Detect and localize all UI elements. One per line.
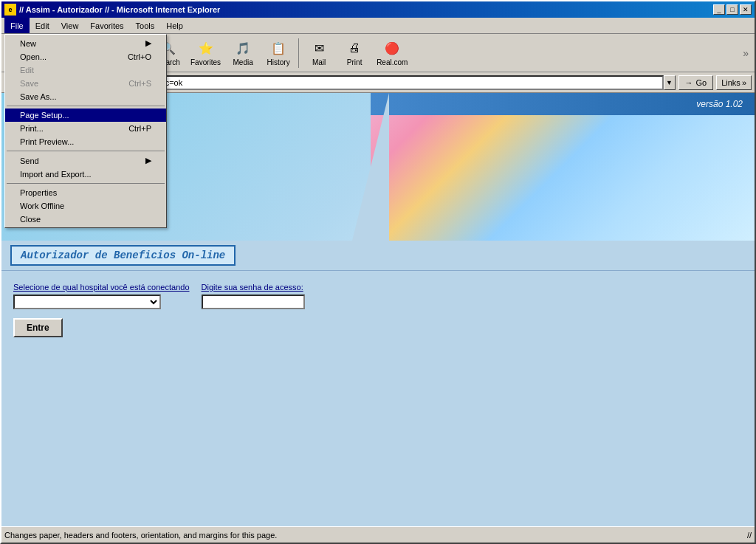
title-buttons: _ □ ✕ bbox=[713, 4, 752, 15]
hospital-group: Selecione de qual hospital você está con… bbox=[13, 283, 190, 309]
separator-1 bbox=[7, 106, 165, 106]
hospital-select-wrap bbox=[13, 295, 190, 309]
media-button[interactable]: 🎵 Media bbox=[226, 36, 260, 70]
entre-button[interactable]: Entre bbox=[13, 318, 63, 337]
menu-edit-item: Edit bbox=[5, 63, 166, 77]
menu-file[interactable]: File bbox=[4, 18, 30, 33]
separator-2 bbox=[7, 151, 165, 151]
title-bar-left: e // Assim - Autorizador // - Microsoft … bbox=[4, 4, 220, 16]
minimize-button[interactable]: _ bbox=[713, 4, 725, 15]
banner-version: versão 1.02 bbox=[696, 99, 743, 109]
menu-open[interactable]: Open... Ctrl+O bbox=[5, 50, 166, 63]
menu-tools[interactable]: Tools bbox=[130, 18, 161, 33]
ie-icon: e bbox=[4, 4, 16, 16]
form-row: Selecione de qual hospital você está con… bbox=[13, 283, 743, 309]
menu-view[interactable]: View bbox=[55, 18, 85, 33]
status-bar: Changes paper, headers and footers, orie… bbox=[1, 526, 755, 543]
banner-diagonal bbox=[352, 93, 389, 241]
toolbar-sep-2 bbox=[298, 38, 299, 68]
menu-work-offline[interactable]: Work Offline bbox=[5, 199, 166, 213]
favorites-button[interactable]: ⭐ Favorites bbox=[187, 36, 224, 70]
page-subtitle: Autorizador de Beneficios On-line bbox=[10, 245, 236, 266]
password-label: Digite sua senha de acesso: bbox=[202, 283, 305, 292]
menu-save: Save Ctrl+S bbox=[5, 77, 166, 90]
print-button[interactable]: 🖨 Print bbox=[337, 36, 371, 70]
menu-new[interactable]: New ▶ bbox=[5, 36, 166, 50]
links-chevron: » bbox=[742, 78, 746, 87]
address-dropdown-button[interactable]: ▼ bbox=[664, 75, 676, 90]
mail-button[interactable]: ✉ Mail bbox=[302, 36, 336, 70]
banner-pills-bg bbox=[371, 93, 755, 241]
send-submenu-arrow: ▶ bbox=[145, 156, 151, 165]
page-subtitle-bar: Autorizador de Beneficios On-line bbox=[1, 241, 755, 271]
menu-bar: File Edit View Favorites Tools Help New … bbox=[1, 18, 755, 34]
maximize-button[interactable]: □ bbox=[726, 4, 738, 15]
menu-send[interactable]: Send ▶ bbox=[5, 154, 166, 168]
window-title: // Assim - Autorizador // - Microsoft In… bbox=[19, 5, 220, 14]
mail-icon: ✉ bbox=[310, 39, 328, 57]
password-input[interactable] bbox=[202, 295, 305, 309]
ie-window: e // Assim - Autorizador // - Microsoft … bbox=[0, 0, 756, 544]
menu-favorites[interactable]: Favorites bbox=[84, 18, 129, 33]
form-area: Selecione de qual hospital você está con… bbox=[1, 271, 755, 349]
history-button[interactable]: 📋 History bbox=[261, 36, 295, 70]
hospital-select[interactable] bbox=[13, 295, 161, 309]
print-icon: 🖨 bbox=[346, 39, 363, 57]
menu-print-preview[interactable]: Print Preview... bbox=[5, 135, 166, 148]
realcom-icon: 🔴 bbox=[383, 39, 401, 57]
go-button[interactable]: → Go bbox=[678, 75, 714, 90]
status-text: Changes paper, headers and footers, orie… bbox=[4, 531, 277, 540]
file-dropdown: New ▶ Open... Ctrl+O Edit Save Ctrl+S Sa… bbox=[4, 34, 167, 228]
separator-3 bbox=[7, 183, 165, 184]
close-button[interactable]: ✕ bbox=[740, 4, 752, 15]
hospital-label: Selecione de qual hospital você está con… bbox=[13, 283, 190, 292]
menu-print[interactable]: Print... Ctrl+P bbox=[5, 122, 166, 135]
menu-help[interactable]: Help bbox=[160, 18, 189, 33]
menu-properties[interactable]: Properties bbox=[5, 186, 166, 199]
title-bar: e // Assim - Autorizador // - Microsoft … bbox=[1, 1, 755, 18]
banner-blue-bar: versão 1.02 bbox=[371, 93, 755, 115]
toolbar-more[interactable]: » bbox=[743, 47, 752, 59]
favorites-icon: ⭐ bbox=[197, 39, 215, 57]
submit-row: Entre bbox=[13, 318, 743, 337]
menu-close[interactable]: Close bbox=[5, 213, 166, 226]
password-group: Digite sua senha de acesso: bbox=[202, 283, 305, 309]
media-icon: 🎵 bbox=[234, 39, 252, 57]
menu-edit[interactable]: Edit bbox=[30, 18, 55, 33]
realcom-button[interactable]: 🔴 Real.com bbox=[373, 36, 411, 70]
menu-page-setup[interactable]: Page Setup... bbox=[5, 109, 166, 122]
history-icon: 📋 bbox=[269, 39, 287, 57]
submenu-arrow: ▶ bbox=[145, 38, 151, 48]
links-button[interactable]: Links » bbox=[716, 75, 752, 90]
go-icon: → bbox=[685, 78, 693, 87]
status-right: // bbox=[747, 531, 752, 540]
menu-import-export[interactable]: Import and Export... bbox=[5, 168, 166, 181]
menu-save-as[interactable]: Save As... bbox=[5, 90, 166, 103]
